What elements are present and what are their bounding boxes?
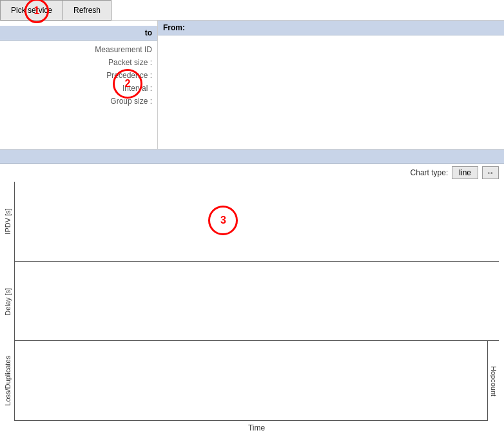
chart-section: Chart type: line ↔ IPDV [s] 3 Delay [s] [0,164,504,435]
chart-controls: Chart type: line ↔ [0,164,504,182]
info-left-header: to [0,26,157,41]
chart-type-button[interactable]: line [452,166,478,179]
measurement-id-label: Measurement ID [95,45,152,54]
loss-y-label: Loss/Duplicates [3,341,14,421]
loss-chart-plot [14,341,487,421]
x-axis-label: Time [3,421,499,435]
loss-chart-row: Loss/Duplicates Hopcount [3,341,499,421]
refresh-button[interactable]: Refresh [63,0,111,21]
annotation-2: 2 [113,69,142,99]
chart-type-label: Chart type: [411,168,449,177]
info-right-header: From: [158,21,504,35]
measurement-id-row: Measurement ID [0,43,157,56]
main-layout: Pick service Refresh 1 to Measurement ID… [0,0,504,435]
hopcount-y-label: Hopcount [487,341,499,421]
info-panel: to Measurement ID Packet size : Preceden… [0,21,504,150]
annotation-3: 3 [208,206,238,235]
ipdv-chart-row: IPDV [s] 3 [3,182,499,262]
delay-chart-row: Delay [s] [3,262,499,342]
ipdv-y-label: IPDV [s] [3,182,14,262]
separator-bar [0,150,504,164]
ipdv-chart-plot: 3 [14,182,499,262]
packet-size-row: Packet size : [0,56,157,69]
charts-wrapper: IPDV [s] 3 Delay [s] Loss/Duplicates Hop… [0,182,504,435]
packet-size-label: Packet size : [108,58,152,67]
delay-y-label: Delay [s] [3,262,14,342]
chart-type-icon-button[interactable]: ↔ [482,166,499,179]
toolbar: Pick service Refresh 1 [0,0,504,21]
delay-chart-plot [14,262,499,342]
info-right: From: [158,21,504,149]
